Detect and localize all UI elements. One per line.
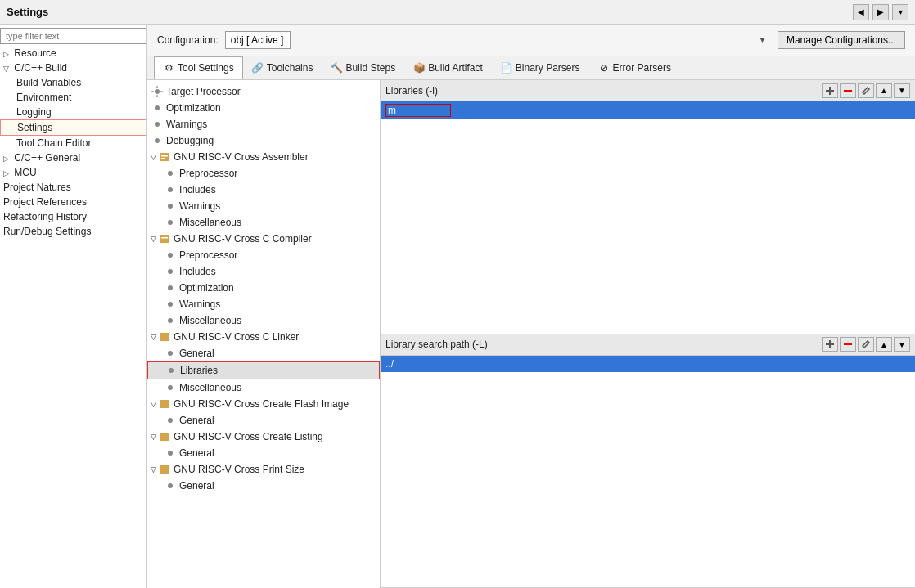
tab-error-parsers-label: Error Parsers bbox=[613, 62, 671, 74]
tool-tree-linker-general[interactable]: General bbox=[147, 345, 380, 361]
library-item-m[interactable] bbox=[381, 101, 915, 119]
libraries-add-button[interactable] bbox=[822, 83, 838, 98]
sidebar-item-cpp-build[interactable]: ▽ C/C++ Build bbox=[0, 61, 146, 75]
tool-tree-label: Libraries bbox=[180, 365, 218, 376]
library-search-delete-button[interactable] bbox=[840, 337, 856, 352]
tool-tree-gnu-risc-print-size[interactable]: ▽ GNU RISC-V Cross Print Size bbox=[147, 461, 380, 478]
sidebar-item-run-debug[interactable]: Run/Debug Settings bbox=[0, 224, 146, 239]
tool-tree-asm-includes[interactable]: Includes bbox=[147, 182, 380, 198]
libraries-move-down-button[interactable]: ▼ bbox=[894, 83, 910, 98]
svg-point-14 bbox=[168, 220, 173, 225]
tool-tree-cc-miscellaneous[interactable]: Miscellaneous bbox=[147, 312, 380, 329]
filter-input[interactable] bbox=[0, 28, 146, 44]
svg-rect-3 bbox=[151, 91, 154, 92]
tool-tree-gnu-risc-flash[interactable]: ▽ GNU RISC-V Cross Create Flash Image bbox=[147, 396, 380, 412]
nav-forward-button[interactable]: ▶ bbox=[872, 4, 889, 20]
sidebar-item-settings[interactable]: Settings bbox=[0, 119, 146, 136]
tool-tree-gnu-risc-compiler[interactable]: ▽ GNU RISC-V Cross C Compiler bbox=[147, 231, 380, 247]
library-search-panel: Library search path (-L) bbox=[381, 334, 915, 589]
libraries-edit-button[interactable] bbox=[858, 83, 874, 98]
tool-tree-debugging[interactable]: Debugging bbox=[147, 132, 380, 149]
svg-rect-1 bbox=[156, 86, 158, 88]
sidebar-item-refactoring-history[interactable]: Refactoring History bbox=[0, 209, 146, 224]
tool-tree-warnings[interactable]: Warnings bbox=[147, 116, 380, 132]
library-search-item[interactable]: ../ bbox=[381, 356, 915, 372]
libraries-delete-button[interactable] bbox=[840, 83, 856, 98]
config-bar: Configuration: obj [ Active ] Manage Con… bbox=[147, 25, 915, 56]
tool-icon bbox=[164, 167, 177, 180]
tool-tree-asm-preprocessor[interactable]: Preprocessor bbox=[147, 165, 380, 182]
delete-icon bbox=[843, 86, 853, 96]
tool-tree-linker-miscellaneous[interactable]: Miscellaneous bbox=[147, 379, 380, 396]
nav-dropdown-button[interactable]: ▾ bbox=[892, 4, 908, 20]
tool-icon bbox=[151, 134, 164, 147]
sidebar-item-cpp-general[interactable]: ▷ C/C++ General bbox=[0, 150, 146, 165]
tool-tree-label: Includes bbox=[179, 184, 216, 195]
expand-icon: ▷ bbox=[3, 169, 11, 177]
sidebar-item-toolchain-editor[interactable]: Tool Chain Editor bbox=[0, 136, 146, 150]
svg-rect-9 bbox=[161, 155, 168, 157]
tool-tree-asm-miscellaneous[interactable]: Miscellaneous bbox=[147, 214, 380, 231]
tool-tree-linker-libraries[interactable]: Libraries bbox=[147, 361, 380, 379]
tool-tree-label: Warnings bbox=[166, 119, 207, 130]
library-search-move-down-button[interactable]: ▼ bbox=[894, 337, 910, 352]
sidebar-item-label: Refactoring History bbox=[3, 211, 87, 222]
tab-error-parsers[interactable]: ⊘ Error Parsers bbox=[589, 56, 680, 79]
svg-point-29 bbox=[168, 451, 173, 456]
svg-rect-30 bbox=[160, 465, 169, 474]
tool-tree-label: Miscellaneous bbox=[179, 217, 241, 228]
sidebar-item-label: Build Variables bbox=[16, 77, 81, 88]
manage-configurations-button[interactable]: Manage Configurations... bbox=[778, 31, 905, 49]
tool-tree-gnu-risc-listing[interactable]: ▽ GNU RISC-V Cross Create Listing bbox=[147, 429, 380, 445]
libraries-panel: Libraries (-l) bbox=[381, 80, 915, 334]
tool-icon bbox=[164, 249, 177, 262]
nav-back-button[interactable]: ◀ bbox=[853, 4, 869, 20]
sidebar-item-environment[interactable]: Environment bbox=[0, 90, 146, 105]
tab-build-steps[interactable]: 🔨 Build Steps bbox=[322, 56, 404, 79]
config-select[interactable]: obj [ Active ] bbox=[225, 31, 291, 49]
svg-point-31 bbox=[168, 483, 173, 488]
tool-tree-cc-warnings[interactable]: Warnings bbox=[147, 296, 380, 312]
tool-tree-target-processor[interactable]: Target Processor bbox=[147, 83, 380, 100]
tool-tree-panel: Target Processor Optimization Warnings D… bbox=[147, 80, 381, 588]
svg-rect-2 bbox=[156, 95, 158, 97]
svg-point-21 bbox=[168, 318, 173, 323]
tool-tree-gnu-risc-linker[interactable]: ▽ GNU RISC-V Cross C Linker bbox=[147, 329, 380, 345]
tool-icon bbox=[165, 364, 178, 377]
tool-tree-listing-general[interactable]: General bbox=[147, 445, 380, 461]
tool-icon bbox=[164, 281, 177, 294]
svg-point-6 bbox=[155, 122, 160, 127]
tool-tree-cc-optimization[interactable]: Optimization bbox=[147, 280, 380, 296]
tool-tree-gnu-risc-assembler[interactable]: ▽ GNU RISC-V Cross Assembler bbox=[147, 149, 380, 165]
tab-build-artifact[interactable]: 📦 Build Artifact bbox=[404, 56, 492, 79]
tool-tree-asm-warnings[interactable]: Warnings bbox=[147, 198, 380, 214]
library-search-move-up-button[interactable]: ▲ bbox=[876, 337, 892, 352]
svg-point-5 bbox=[155, 105, 160, 110]
tab-tool-settings[interactable]: ⚙ Tool Settings bbox=[154, 56, 243, 80]
sidebar-item-build-vars[interactable]: Build Variables bbox=[0, 75, 146, 90]
tool-tree-label: Includes bbox=[179, 266, 216, 277]
content-area: Configuration: obj [ Active ] Manage Con… bbox=[147, 25, 915, 588]
library-search-edit-button[interactable] bbox=[858, 337, 874, 352]
tab-binary-parsers[interactable]: 📄 Binary Parsers bbox=[492, 56, 589, 79]
library-search-add-button[interactable] bbox=[822, 337, 838, 352]
page-title: Settings bbox=[7, 6, 853, 18]
sidebar-item-resource[interactable]: ▷ Resource bbox=[0, 46, 146, 61]
tool-tree-print-general[interactable]: General bbox=[147, 478, 380, 494]
tool-tree-cc-preprocessor[interactable]: Preprocessor bbox=[147, 247, 380, 263]
top-bar: Settings ◀ ▶ ▾ bbox=[0, 0, 915, 25]
tool-tree-cc-includes[interactable]: Includes bbox=[147, 263, 380, 280]
sidebar-item-logging[interactable]: Logging bbox=[0, 105, 146, 119]
tool-tree-flash-general[interactable]: General bbox=[147, 412, 380, 429]
sidebar-item-project-references[interactable]: Project References bbox=[0, 195, 146, 209]
error-parsers-icon: ⊘ bbox=[598, 62, 610, 74]
library-item-m-input[interactable] bbox=[385, 104, 451, 117]
libraries-move-up-button[interactable]: ▲ bbox=[876, 83, 892, 98]
tool-tree-optimization[interactable]: Optimization bbox=[147, 100, 380, 116]
sidebar-item-project-natures[interactable]: Project Natures bbox=[0, 180, 146, 195]
tab-toolchains[interactable]: 🔗 Toolchains bbox=[243, 56, 322, 79]
tool-tree-label: Warnings bbox=[179, 200, 220, 212]
tool-icon bbox=[158, 397, 171, 411]
tool-icon bbox=[158, 330, 171, 343]
sidebar-item-mcu[interactable]: ▷ MCU bbox=[0, 165, 146, 180]
